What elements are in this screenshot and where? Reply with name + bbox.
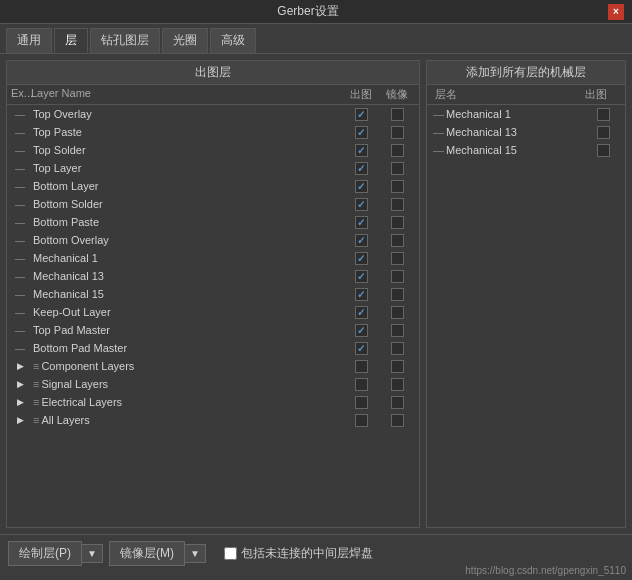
group-name: ≡Component Layers [31,360,343,372]
row-output[interactable] [343,126,379,139]
row-name: Bottom Layer [31,180,343,192]
left-table-body: — Top Overlay — Top Paste — Top Solder —… [7,105,419,527]
group-row[interactable]: ▶ ≡Electrical Layers [7,393,419,411]
include-middle-checkbox[interactable] [224,547,237,560]
tab-aperture[interactable]: 光圈 [162,28,208,53]
include-middle-label[interactable]: 包括未连接的中间层焊盘 [224,545,373,562]
row-mirror[interactable] [379,324,415,337]
tab-advanced[interactable]: 高级 [210,28,256,53]
table-row[interactable]: — Bottom Paste [7,213,419,231]
table-row[interactable]: — Bottom Solder [7,195,419,213]
row-name: Mechanical 13 [31,270,343,282]
table-row[interactable]: — Bottom Overlay [7,231,419,249]
right-table-body: —Mechanical 1 —Mechanical 13 —Mechanical… [427,105,625,527]
row-output[interactable] [343,234,379,247]
row-mirror[interactable] [379,126,415,139]
row-output[interactable] [343,162,379,175]
group-output[interactable] [343,396,379,409]
row-name: Bottom Solder [31,198,343,210]
table-row[interactable]: — Mechanical 13 [7,267,419,285]
mirror-layer-button[interactable]: 镜像层(M) [109,541,185,566]
row-output[interactable] [343,324,379,337]
row-ex: — [11,343,31,354]
group-arrow: ▶ [11,397,31,407]
right-col-layername: 层名 [431,87,585,102]
row-output[interactable] [343,180,379,193]
row-ex: — [11,235,31,246]
row-mirror[interactable] [379,216,415,229]
group-output[interactable] [343,378,379,391]
group-mirror[interactable] [379,360,415,373]
draw-layer-button[interactable]: 绘制层(P) [8,541,82,566]
row-mirror[interactable] [379,108,415,121]
group-arrow: ▶ [11,379,31,389]
group-name: ≡Electrical Layers [31,396,343,408]
row-mirror[interactable] [379,270,415,283]
row-mirror[interactable] [379,180,415,193]
row-ex: — [11,163,31,174]
row-output[interactable] [343,252,379,265]
row-ex: — [11,307,31,318]
row-output[interactable] [343,198,379,211]
group-output[interactable] [343,414,379,427]
group-row[interactable]: ▶ ≡Signal Layers [7,375,419,393]
row-name: Bottom Paste [31,216,343,228]
table-row[interactable]: — Keep-Out Layer [7,303,419,321]
table-row[interactable]: — Top Paste [7,123,419,141]
row-mirror[interactable] [379,288,415,301]
row-mirror[interactable] [379,144,415,157]
row-output[interactable] [343,270,379,283]
table-row[interactable]: — Mechanical 1 [7,249,419,267]
table-row[interactable]: — Bottom Layer [7,177,419,195]
row-name: Bottom Overlay [31,234,343,246]
row-mirror[interactable] [379,198,415,211]
right-table-row[interactable]: —Mechanical 1 [427,105,625,123]
row-mirror[interactable] [379,306,415,319]
row-output[interactable] [343,306,379,319]
row-mirror[interactable] [379,162,415,175]
row-name: Top Layer [31,162,343,174]
group-mirror[interactable] [379,396,415,409]
group-mirror[interactable] [379,378,415,391]
row-mirror[interactable] [379,342,415,355]
table-row[interactable]: — Mechanical 15 [7,285,419,303]
table-row[interactable]: — Top Overlay [7,105,419,123]
row-output[interactable] [343,108,379,121]
tab-drill[interactable]: 钻孔图层 [90,28,160,53]
table-row[interactable]: — Top Layer [7,159,419,177]
draw-layer-arrow[interactable]: ▼ [82,544,103,563]
right-row-output[interactable] [585,126,621,139]
row-name: Bottom Pad Master [31,342,343,354]
group-row[interactable]: ▶ ≡Component Layers [7,357,419,375]
group-arrow: ▶ [11,415,31,425]
group-mirror[interactable] [379,414,415,427]
row-output[interactable] [343,342,379,355]
tab-general[interactable]: 通用 [6,28,52,53]
right-table-row[interactable]: —Mechanical 15 [427,141,625,159]
table-row[interactable]: — Top Solder [7,141,419,159]
tab-layers[interactable]: 层 [54,28,88,53]
row-name: Top Pad Master [31,324,343,336]
group-name: ≡Signal Layers [31,378,343,390]
table-row[interactable]: — Bottom Pad Master [7,339,419,357]
left-panel-header: 出图层 [7,61,419,85]
right-table-row[interactable]: —Mechanical 13 [427,123,625,141]
row-mirror[interactable] [379,252,415,265]
row-output[interactable] [343,288,379,301]
row-output[interactable] [343,144,379,157]
tabs-bar: 通用层钻孔图层光圈高级 [0,24,632,54]
row-ex: — [11,127,31,138]
table-row[interactable]: — Top Pad Master [7,321,419,339]
group-row[interactable]: ▶ ≡All Layers [7,411,419,429]
group-output[interactable] [343,360,379,373]
row-mirror[interactable] [379,234,415,247]
right-row-output[interactable] [585,144,621,157]
col-output: 出图 [343,87,379,102]
content-area: 出图层 Ex... Layer Name 出图 镜像 — Top Overlay… [0,54,632,534]
right-row-output[interactable] [585,108,621,121]
left-table-header: Ex... Layer Name 出图 镜像 [7,85,419,105]
row-output[interactable] [343,216,379,229]
mirror-layer-arrow[interactable]: ▼ [185,544,206,563]
row-ex: — [11,271,31,282]
close-button[interactable]: × [608,4,624,20]
